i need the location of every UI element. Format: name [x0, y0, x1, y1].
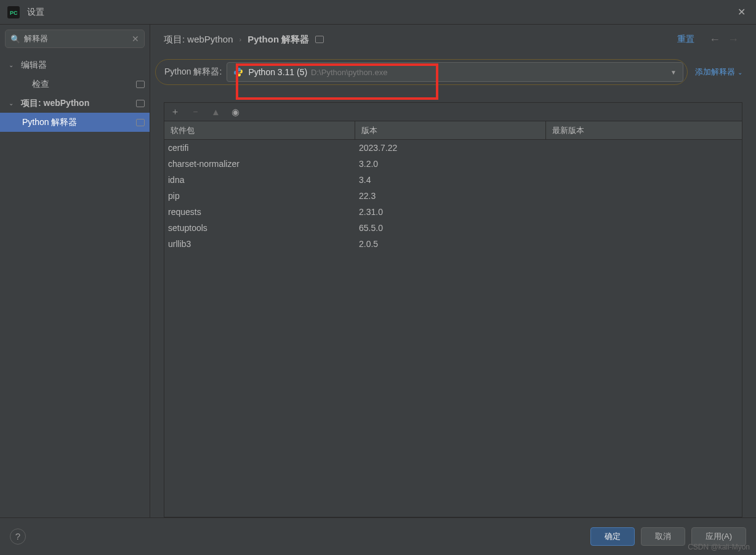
package-row[interactable]: requests2.31.0	[164, 204, 742, 220]
package-name: idna	[164, 175, 355, 185]
interpreter-label: Python 解释器:	[164, 67, 222, 78]
package-version: 2023.7.22	[355, 143, 546, 153]
package-version: 3.2.0	[355, 159, 546, 169]
package-name: setuptools	[164, 223, 355, 233]
nav-forward-icon[interactable]: →	[728, 33, 739, 46]
package-name: requests	[164, 207, 355, 217]
footer: ? 确定 取消 应用(A)	[0, 517, 756, 554]
interpreter-badge: Python 解释器: Python 3.11 (5) D:\Python\py…	[155, 59, 688, 85]
search-icon: 🔍	[10, 34, 20, 44]
add-package-icon[interactable]: ＋	[171, 106, 180, 118]
add-interpreter-link[interactable]: 添加解释器 ⌄	[695, 67, 742, 78]
window-title: 设置	[27, 7, 44, 18]
package-row[interactable]: urllib32.0.5	[164, 236, 742, 252]
sidebar-item-python-interpreter[interactable]: Python 解释器	[0, 113, 150, 132]
titlebar: PC 设置 ✕	[0, 0, 756, 25]
breadcrumb-page: Python 解释器	[247, 34, 309, 46]
close-icon[interactable]: ✕	[734, 5, 749, 20]
settings-tree: ⌄ 编辑器 检查 ⌄ 项目: webPython Python 解释器	[0, 53, 150, 132]
column-package[interactable]: 软件包	[164, 121, 355, 139]
sidebar-item-project[interactable]: ⌄ 项目: webPython	[0, 94, 150, 113]
breadcrumb-separator: ›	[239, 36, 242, 43]
sidebar-item-label: 项目: webPython	[21, 98, 136, 109]
scope-icon	[315, 36, 324, 43]
sidebar-item-label: 检查	[32, 79, 136, 90]
column-version[interactable]: 版本	[355, 121, 546, 139]
interpreter-dropdown[interactable]: Python 3.11 (5) D:\Python\python.exe ▼	[227, 62, 683, 82]
package-version: 2.0.5	[355, 239, 546, 249]
scope-icon	[136, 119, 145, 126]
package-name: charset-normalizer	[164, 159, 355, 169]
nav-back-icon[interactable]: ←	[709, 33, 720, 46]
column-latest[interactable]: 最新版本	[546, 121, 742, 139]
package-row[interactable]: certifi2023.7.22	[164, 140, 742, 156]
search-box[interactable]: 🔍 ✕	[5, 30, 145, 48]
packages-toolbar: ＋ － ▲ ◉	[164, 103, 742, 121]
interpreter-row: Python 解释器: Python 3.11 (5) D:\Python\py…	[150, 54, 756, 85]
sidebar: 🔍 ✕ ⌄ 编辑器 检查 ⌄ 项目: webPython Python 解释器	[0, 25, 150, 517]
scope-icon	[136, 81, 145, 88]
package-version: 65.5.0	[355, 223, 546, 233]
package-row[interactable]: pip22.3	[164, 188, 742, 204]
python-icon	[233, 67, 243, 77]
add-interpreter-label: 添加解释器	[695, 67, 735, 78]
package-row[interactable]: setuptools65.5.0	[164, 220, 742, 236]
svg-text:PC: PC	[10, 10, 18, 16]
packages-panel: ＋ － ▲ ◉ 软件包 版本 最新版本 certifi2023.7.22char…	[164, 102, 742, 517]
help-button[interactable]: ?	[10, 529, 26, 545]
package-version: 22.3	[355, 191, 546, 201]
sidebar-item-editor[interactable]: ⌄ 编辑器	[0, 55, 150, 75]
clear-icon[interactable]: ✕	[132, 34, 139, 44]
chevron-down-icon: ⌄	[9, 62, 17, 68]
packages-rows: certifi2023.7.22charset-normalizer3.2.0i…	[164, 140, 742, 517]
package-name: certifi	[164, 143, 355, 153]
sidebar-item-label: Python 解释器	[22, 117, 136, 128]
scope-icon	[136, 100, 145, 107]
package-name: pip	[164, 191, 355, 201]
package-row[interactable]: idna3.4	[164, 172, 742, 188]
dropdown-arrow-icon: ▼	[670, 69, 677, 76]
remove-package-icon[interactable]: －	[191, 106, 200, 118]
cancel-button[interactable]: 取消	[641, 527, 685, 546]
apply-button[interactable]: 应用(A)	[691, 527, 746, 546]
show-early-icon[interactable]: ◉	[231, 107, 239, 118]
interpreter-name: Python 3.11 (5)	[248, 67, 307, 77]
package-row[interactable]: charset-normalizer3.2.0	[164, 156, 742, 172]
ok-button[interactable]: 确定	[590, 527, 635, 546]
chevron-down-icon: ⌄	[9, 100, 17, 107]
chevron-down-icon: ⌄	[738, 69, 742, 76]
main-panel: 项目: webPython › Python 解释器 重置 ← → Python…	[150, 25, 756, 517]
app-icon: PC	[7, 6, 20, 18]
package-version: 3.4	[355, 175, 546, 185]
package-name: urllib3	[164, 239, 355, 249]
upgrade-package-icon[interactable]: ▲	[211, 107, 220, 117]
reset-link[interactable]: 重置	[677, 34, 694, 45]
sidebar-item-label: 编辑器	[21, 60, 150, 71]
breadcrumb: 项目: webPython › Python 解释器 重置 ← →	[150, 25, 756, 54]
sidebar-item-inspection[interactable]: 检查	[0, 75, 150, 94]
packages-header: 软件包 版本 最新版本	[164, 121, 742, 140]
breadcrumb-project: 项目: webPython	[164, 34, 233, 46]
interpreter-path: D:\Python\python.exe	[311, 68, 387, 77]
package-version: 2.31.0	[355, 207, 546, 217]
search-input[interactable]	[24, 34, 132, 44]
